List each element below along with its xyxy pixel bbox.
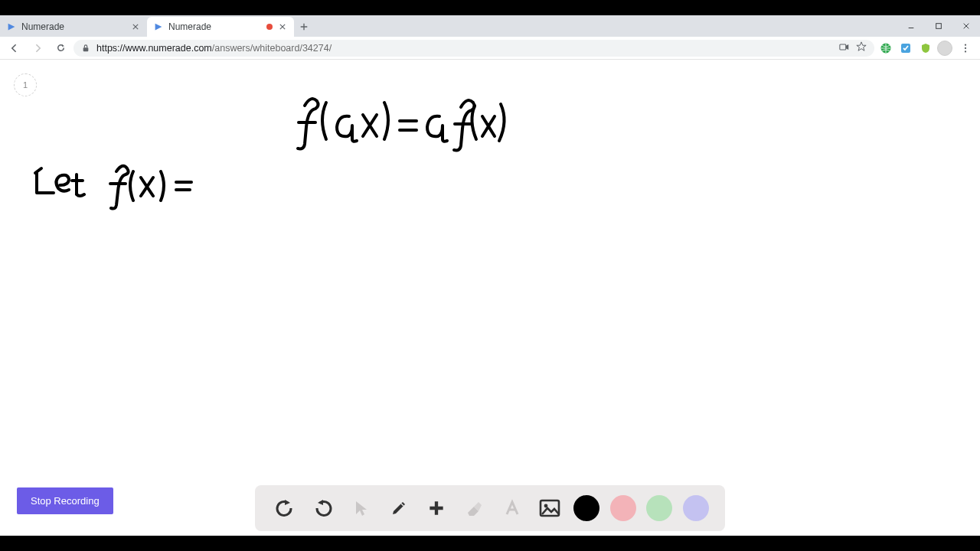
svg-point-9	[965, 44, 966, 45]
globe-ext-icon[interactable]	[877, 40, 894, 57]
pointer-tool[interactable]	[347, 494, 374, 522]
favicon-numerade-icon	[6, 21, 17, 32]
stop-recording-button[interactable]: Stop Recording	[17, 487, 113, 514]
url-text: https://www.numerade.com/answers/whitebo…	[96, 43, 833, 54]
letterbox-bottom	[0, 536, 980, 551]
color-black[interactable]	[573, 495, 599, 521]
svg-rect-2	[936, 24, 942, 29]
color-purple[interactable]	[683, 495, 709, 521]
svg-marker-1	[155, 24, 162, 31]
tab-numerade-1[interactable]: Numerade	[0, 17, 147, 37]
recording-indicator-icon	[266, 24, 273, 30]
image-tool[interactable]	[536, 494, 564, 522]
redo-button[interactable]	[309, 494, 337, 522]
minimize-button[interactable]	[897, 15, 925, 37]
whiteboard-toolbar	[255, 485, 725, 531]
close-icon[interactable]	[277, 21, 288, 32]
letterbox-top	[0, 0, 980, 15]
svg-marker-12	[285, 500, 290, 505]
whiteboard-page: 1	[0, 60, 980, 536]
url-path: /answers/whiteboard/34274/	[212, 43, 332, 54]
tab-title: Numerade	[21, 21, 126, 32]
browser-window: Numerade Numerade	[0, 15, 980, 536]
maximize-button[interactable]	[925, 15, 952, 37]
color-pink[interactable]	[610, 495, 636, 521]
svg-point-11	[965, 51, 966, 52]
svg-point-10	[965, 47, 966, 48]
undo-button[interactable]	[271, 494, 299, 522]
browser-toolbar: https://www.numerade.com/answers/whitebo…	[0, 37, 980, 60]
svg-marker-13	[318, 500, 323, 505]
stop-recording-label: Stop Recording	[31, 495, 100, 507]
svg-marker-0	[8, 24, 15, 31]
add-tool[interactable]	[423, 494, 450, 522]
lock-icon	[81, 44, 90, 53]
svg-rect-5	[840, 44, 846, 50]
tab-title: Numerade	[168, 21, 262, 32]
window-controls	[897, 15, 980, 37]
close-icon[interactable]	[130, 21, 141, 32]
camera-status-icon[interactable]	[839, 43, 850, 54]
whiteboard-canvas[interactable]	[0, 60, 980, 536]
nav-reload-button[interactable]	[51, 38, 70, 58]
tab-numerade-2-active[interactable]: Numerade	[147, 17, 294, 37]
url-host: https://www.numerade.com	[96, 43, 212, 54]
check-ext-icon[interactable]	[897, 40, 914, 57]
browser-menu-button[interactable]	[956, 38, 975, 58]
nav-forward-button[interactable]	[28, 38, 47, 58]
close-window-button[interactable]	[952, 15, 980, 37]
pen-tool[interactable]	[385, 494, 413, 522]
svg-marker-6	[846, 44, 849, 50]
address-bar[interactable]: https://www.numerade.com/answers/whitebo…	[74, 40, 874, 57]
color-green[interactable]	[646, 495, 672, 521]
user-avatar[interactable]	[937, 41, 952, 56]
svg-rect-4	[83, 47, 89, 51]
text-tool[interactable]	[498, 494, 526, 522]
eraser-tool[interactable]	[460, 494, 488, 522]
nav-back-button[interactable]	[5, 38, 24, 58]
bookmark-star-icon[interactable]	[856, 41, 867, 54]
shield-ext-icon[interactable]	[917, 40, 934, 57]
tab-strip: Numerade Numerade	[0, 15, 980, 37]
favicon-numerade-icon	[153, 21, 164, 32]
new-tab-button[interactable]	[294, 17, 314, 37]
svg-marker-3	[62, 44, 64, 47]
